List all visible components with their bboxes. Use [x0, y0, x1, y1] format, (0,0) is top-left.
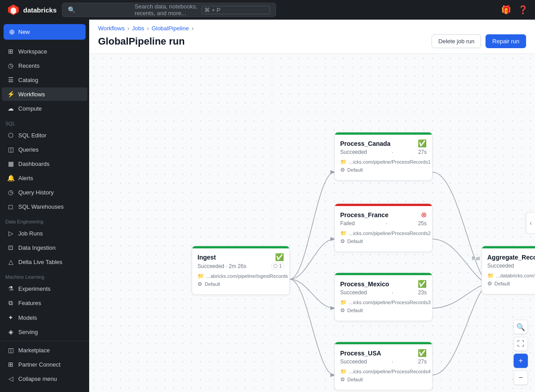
breadcrumb-jobs[interactable]: Jobs — [132, 25, 144, 32]
node-france[interactable]: Process_France ⊗ Failed · 25s 📁 ...icks.… — [334, 203, 432, 252]
help-icon[interactable]: ❓ — [518, 5, 528, 15]
delete-job-run-button[interactable]: Delete job run — [432, 34, 481, 48]
node-ingest[interactable]: Ingest ✅ Succeeded · 2m 26s ⬡ 1 📁 ...abr… — [192, 246, 290, 295]
node-france-status: Failed · 25s — [340, 220, 427, 227]
node-mexico-status-icon: ✅ — [418, 280, 427, 288]
node-canada-status-icon: ✅ — [418, 139, 427, 148]
node-aggregate-name: Aggregate_Records — [487, 254, 535, 261]
node-aggregate-cluster: ⚙ Default — [487, 281, 535, 287]
node-ingest-name: Ingest — [198, 254, 216, 261]
sidebar-item-queries[interactable]: ◫ Queries — [2, 143, 87, 156]
sidebar-item-collapse[interactable]: ◁ Collapse menu — [2, 372, 87, 385]
breadcrumb-sep-2: › — [147, 25, 149, 32]
cluster-icon: ⚙ — [340, 167, 345, 173]
node-france-status-icon: ⊗ — [421, 210, 427, 219]
breadcrumb-workflows[interactable]: Workflows — [98, 25, 125, 32]
query-history-icon: ◷ — [7, 189, 14, 196]
sidebar-item-workflows[interactable]: ⚡ Workflows — [2, 87, 87, 101]
models-icon: ✦ — [7, 314, 14, 321]
sidebar-item-models[interactable]: ✦ Models — [2, 311, 87, 324]
sidebar-item-serving[interactable]: ◈ Serving — [2, 325, 87, 338]
sidebar-item-workspace[interactable]: ⊞ Workspace — [2, 45, 87, 58]
collapse-icon: ◁ — [7, 375, 14, 382]
folder-icon: 📁 — [340, 230, 347, 236]
breadcrumb-sep-3: › — [192, 25, 193, 32]
serving-icon: ◈ — [7, 328, 14, 335]
node-canada-path: 📁 ...icks.com/pipeline/ProcessRecords1 — [340, 159, 427, 165]
sql-section-label: SQL — [0, 116, 89, 128]
queries-icon: ◫ — [7, 146, 14, 153]
sidebar-item-sql-warehouses[interactable]: ◻ SQL Warehouses — [2, 200, 87, 213]
canvas-zoom-in-button[interactable]: + — [514, 354, 528, 368]
node-aggregate[interactable]: Aggregate_Records ✅ Succeeded · 17s 📁 ..… — [482, 246, 535, 294]
sidebar-item-job-runs[interactable]: ▷ Job Runs — [2, 227, 87, 240]
sidebar-item-data-ingestion[interactable]: ⊡ Data Ingestion — [2, 241, 87, 254]
sidebar-item-recents[interactable]: ◷ Recents — [2, 59, 87, 72]
topbar: databricks 🔍 Search data, notebooks, rec… — [0, 0, 535, 20]
node-mexico[interactable]: Process_Mexico ✅ Succeeded · 23s 📁 ...ic… — [334, 272, 432, 321]
cluster-icon: ⚙ — [340, 376, 345, 383]
sidebar-item-catalog[interactable]: ☰ Catalog — [2, 73, 87, 87]
collapse-panel-button[interactable]: ‹ — [526, 212, 535, 234]
canvas-controls: 🔍 ⛶ + − — [514, 320, 528, 385]
node-mexico-status: Succeeded · 23s — [340, 289, 427, 296]
node-mexico-name: Process_Mexico — [340, 281, 389, 288]
search-shortcut: ⌘ + P — [202, 6, 270, 14]
node-canada-name: Process_Canada — [340, 140, 391, 147]
pipeline-canvas: Ingest ✅ Succeeded · 2m 26s ⬡ 1 📁 ...abr… — [89, 54, 535, 392]
compute-icon: ☁ — [7, 105, 14, 112]
search-bar[interactable]: 🔍 Search data, notebooks, recents, and m… — [62, 3, 276, 17]
page-title: GlobalPipeline run — [98, 36, 432, 47]
canvas-search-button[interactable]: 🔍 — [514, 320, 528, 334]
node-usa-path: 📁 ...icks.com/pipeline/ProcessRecords4 — [340, 368, 427, 375]
node-france-path: 📁 ...icks.com/pipeline/ProcessRecords2 — [340, 230, 427, 236]
canvas-fullscreen-button[interactable]: ⛶ — [514, 337, 528, 351]
sidebar-item-compute[interactable]: ☁ Compute — [2, 102, 87, 115]
pipeline-arrows — [89, 54, 535, 392]
cluster-icon: ⚙ — [487, 281, 492, 287]
node-canada[interactable]: Process_Canada ✅ Succeeded · 27s 📁 ...ic… — [334, 132, 432, 181]
node-usa-cluster: ⚙ Default — [340, 376, 427, 383]
cluster-icon: ⚙ — [340, 307, 345, 314]
cluster-icon: ⚙ — [198, 281, 202, 287]
new-button[interactable]: ⊕ New — [4, 24, 86, 40]
recents-icon: ◷ — [7, 62, 14, 69]
canvas-zoom-out-button[interactable]: − — [514, 371, 528, 385]
folder-icon: 📁 — [340, 299, 347, 305]
header-actions: Delete job run Repair run — [432, 34, 526, 48]
sidebar-item-dashboards[interactable]: ▦ Dashboards — [2, 157, 87, 170]
folder-icon: 📁 — [340, 159, 347, 165]
topbar-actions: 🎁 ❓ — [501, 5, 528, 15]
node-usa[interactable]: Process_USA ✅ Succeeded · 27s 📁 ...icks.… — [334, 342, 432, 390]
marketplace-icon: ◫ — [7, 347, 14, 354]
repair-run-button[interactable]: Repair run — [486, 34, 526, 48]
data-ingestion-icon: ⊡ — [7, 244, 14, 251]
node-aggregate-status: Succeeded · 17s — [487, 263, 535, 269]
node-france-cluster: ⚙ Default — [340, 238, 427, 244]
folder-icon: 📁 — [340, 368, 347, 375]
node-ingest-status: Succeeded · 2m 26s ⬡ 1 — [198, 263, 284, 269]
sidebar-item-features[interactable]: ⧉ Features — [2, 296, 87, 310]
node-ingest-status-icon: ✅ — [275, 253, 284, 261]
ml-section-label: Machine Learning — [0, 269, 89, 281]
sidebar-item-marketplace[interactable]: ◫ Marketplace — [2, 343, 87, 357]
node-aggregate-path: 📁 ...databricks.com/pipeline/Notebook1 — [487, 272, 535, 279]
breadcrumb-pipeline[interactable]: GlobalPipeline — [152, 25, 189, 32]
gift-icon[interactable]: 🎁 — [501, 5, 511, 15]
sidebar-item-experiments[interactable]: ⚗ Experiments — [2, 282, 87, 295]
cluster-icon: ⚙ — [340, 238, 345, 244]
data-eng-section-label: Data Engineering — [0, 214, 89, 226]
sidebar-item-query-history[interactable]: ◷ Query History — [2, 186, 87, 199]
experiments-icon: ⚗ — [7, 285, 14, 292]
main-content: Workflows › Jobs › GlobalPipeline › Glob… — [89, 20, 535, 392]
sql-warehouses-icon: ◻ — [7, 203, 14, 210]
sidebar-item-delta-live[interactable]: △ Delta Live Tables — [2, 255, 87, 268]
folder-icon: 📁 — [487, 272, 494, 279]
sidebar-item-partner-connect[interactable]: ⊞ Partner Connect — [2, 358, 87, 371]
sidebar-item-alerts[interactable]: 🔔 Alerts — [2, 171, 87, 185]
job-runs-icon: ▷ — [7, 230, 14, 237]
node-canada-cluster: ⚙ Default — [340, 167, 427, 173]
sidebar-item-sql-editor[interactable]: ⬡ SQL Editor — [2, 128, 87, 142]
node-usa-status: Succeeded · 27s — [340, 359, 427, 365]
alerts-icon: 🔔 — [7, 174, 14, 182]
